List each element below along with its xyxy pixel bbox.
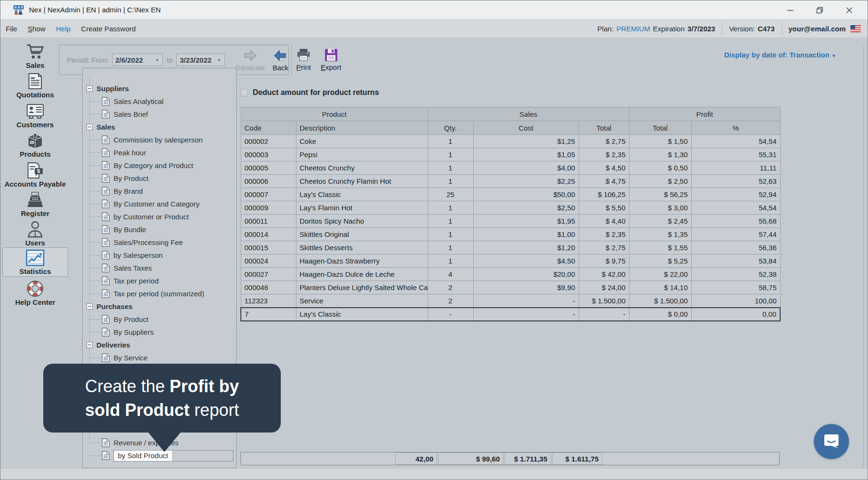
- table-row[interactable]: 000015Skittles Desserts1$1,20$ 2,75$ 1,5…: [241, 241, 780, 254]
- sidebar-item-register[interactable]: 0.00Register: [2, 189, 68, 219]
- tree-item-sales-analytical[interactable]: Sales Analytical: [83, 95, 236, 108]
- column-header-description-1[interactable]: Description: [296, 121, 428, 135]
- column-header-total-5[interactable]: Total: [629, 121, 691, 135]
- tree-item-tax-per-period-summarized-[interactable]: Tax per period (summarized): [83, 287, 236, 300]
- cell: 000007: [241, 188, 296, 201]
- chevron-down-icon: ▼: [831, 53, 836, 58]
- support-chat-button[interactable]: [814, 424, 849, 459]
- tree-item-by-customer-or-product[interactable]: by Customer or Product: [83, 210, 236, 223]
- report-doc-icon: [102, 148, 110, 157]
- tree-item-by-brand[interactable]: By Brand: [83, 185, 236, 198]
- tree-item-by-bundle[interactable]: By Bundle: [83, 223, 236, 236]
- tree-item-peak-hour[interactable]: Peak hour: [83, 146, 236, 159]
- sidebar-item-customers[interactable]: Customers: [2, 101, 68, 130]
- cell: Cheetos Crunchy: [296, 161, 428, 175]
- tree-item-sales-taxes[interactable]: Sales Taxes: [83, 262, 236, 274]
- tree-item-label: Sales: [96, 123, 115, 131]
- total-sales: $ 1.711,35: [505, 452, 551, 465]
- us-flag-icon[interactable]: [850, 25, 861, 32]
- user-email[interactable]: your@email.com: [789, 25, 846, 33]
- tree-item-deliveries[interactable]: Deliveries: [83, 339, 236, 351]
- tree-item-by-category-and-product[interactable]: By Category and Product: [83, 159, 236, 172]
- tree-item-tax-per-period[interactable]: Tax per period: [83, 274, 236, 287]
- tree-item-by-salesperson[interactable]: by Salesperson: [83, 249, 236, 262]
- tree-item-by-suppliers[interactable]: By Suppliers: [83, 326, 236, 339]
- column-header-cost-3[interactable]: Cost: [473, 121, 579, 135]
- cell: Coke: [296, 135, 428, 148]
- cell: Lay's Flamin Hot: [296, 201, 428, 215]
- sidebar-item-sales[interactable]: Sales: [2, 41, 68, 71]
- total-qty: 42,00: [395, 452, 437, 465]
- cell: Cheetos Crunchy Flamin Hot: [296, 175, 428, 188]
- version-label: Version:: [729, 25, 754, 33]
- tree-item-by-service[interactable]: By Service: [83, 351, 236, 364]
- table-row[interactable]: 000011Doritos Spicy Nacho1$1,95$ 4,40$ 2…: [241, 215, 780, 228]
- export-button[interactable]: Export: [321, 48, 341, 71]
- sidebar-item-accounts-payable[interactable]: $Accounts Payable: [2, 160, 68, 189]
- tree-item-suppliers[interactable]: Suppliers: [83, 82, 236, 95]
- column-header-code-0[interactable]: Code: [241, 121, 296, 135]
- menu-item-help[interactable]: Help: [51, 19, 76, 38]
- tree-item-by-product[interactable]: By Product: [83, 313, 236, 326]
- table-row[interactable]: 112323Service2-$ 1.500,00$ 1.500,00100,0…: [241, 294, 780, 308]
- cell: 1: [428, 215, 473, 228]
- cell: 1: [428, 201, 473, 215]
- tree-item-commission-by-salesperson[interactable]: Commission by salesperson: [83, 133, 236, 146]
- table-row[interactable]: 000027Haagen-Dazs Dulce de Leche4$20,00$…: [241, 268, 780, 281]
- tree-item-by-product[interactable]: By Product: [83, 172, 236, 185]
- table-row[interactable]: 000002Coke1$1,25$ 2,75$ 1,5054,54: [241, 135, 780, 148]
- tree-item-purchases[interactable]: Purchases: [83, 300, 236, 313]
- sidebar-item-quotations[interactable]: Quotations: [2, 71, 68, 100]
- report-doc-icon: [102, 251, 110, 260]
- back-button[interactable]: Back: [273, 48, 288, 72]
- total-profit: $ 1.611,75: [552, 452, 602, 465]
- table-row[interactable]: 000009Lay's Flamin Hot1$2,50$ 5,50$ 3,00…: [241, 201, 780, 215]
- menu-item-create-password[interactable]: Create Password: [76, 19, 141, 38]
- sidebar-item-products[interactable]: Products: [2, 130, 68, 160]
- sidebar-item-help-center[interactable]: Help Center: [2, 278, 68, 308]
- chevron-down-icon: ▼: [217, 57, 221, 63]
- table-row[interactable]: 000006Cheetos Crunchy Flamin Hot1$2,25$ …: [241, 175, 780, 188]
- menu-items: FileShowHelpCreate Password: [0, 19, 141, 38]
- column-header-qty-2[interactable]: Qty.: [428, 121, 473, 135]
- close-button[interactable]: [834, 0, 864, 19]
- period-to-field[interactable]: 3/23/2022▼: [176, 54, 225, 66]
- display-by-date-dropdown[interactable]: Display by date of: Transaction ▼: [724, 51, 836, 59]
- collapse-minus-icon[interactable]: [86, 303, 93, 310]
- tree-item-sales[interactable]: Sales: [83, 121, 236, 133]
- table-row[interactable]: 000003Pepsi1$1,05$ 2,35$ 1,3055,31: [241, 148, 780, 161]
- column-header-total-4[interactable]: Total: [579, 121, 629, 135]
- cell: $ 2,35: [579, 148, 629, 161]
- table-row[interactable]: 000007Lay's Classic25$50,00$ 106,25$ 56,…: [241, 188, 780, 201]
- report-doc-icon: [102, 97, 110, 106]
- tree-item-by-customer-and-category[interactable]: By Customer and Category: [83, 198, 236, 210]
- print-button[interactable]: Print: [296, 48, 311, 71]
- collapse-minus-icon[interactable]: [86, 342, 93, 348]
- collapse-minus-icon[interactable]: [86, 124, 93, 130]
- menu-item-show[interactable]: Show: [22, 19, 51, 38]
- cell: $9,90: [473, 281, 579, 294]
- period-from-field[interactable]: 2/6/2022▼: [112, 54, 163, 66]
- menu-item-file[interactable]: File: [0, 19, 22, 38]
- cell: $ 5,50: [579, 201, 629, 215]
- cell: $ 42,00: [579, 268, 629, 281]
- cell: 1: [428, 161, 473, 175]
- deduct-returns-checkbox[interactable]: [240, 89, 248, 96]
- table-row[interactable]: 000005Cheetos Crunchy1$4,00$ 4,50$ 0,501…: [241, 161, 780, 175]
- sidebar-item-users[interactable]: Users: [2, 219, 68, 248]
- table-row[interactable]: 000046Planters Deluxe Lightly Salted Who…: [241, 281, 780, 294]
- table-row[interactable]: 000014Skittles Original1$1,00$ 2,35$ 1,3…: [241, 228, 780, 241]
- collapse-minus-icon[interactable]: [86, 85, 93, 92]
- tree-item-sales-processing-fee[interactable]: Sales/Processing Fee: [83, 236, 236, 249]
- sidebar-item-label: Products: [19, 150, 50, 158]
- table-row[interactable]: 7Lay's Classic---$ 0,000,00: [241, 308, 780, 321]
- generate-button[interactable]: Generate: [235, 48, 265, 72]
- sidebar-item-statistics[interactable]: Statistics: [2, 247, 68, 277]
- column-header-%-6[interactable]: %: [691, 121, 780, 135]
- tree-item-sales-brief[interactable]: Sales Brief: [83, 108, 236, 121]
- minimize-button[interactable]: [775, 0, 805, 19]
- sidebar-item-label: Accounts Payable: [4, 180, 66, 188]
- table-row[interactable]: 000024Haagen-Dazs Strawberry1$4,50$ 9,75…: [241, 254, 780, 268]
- restore-button[interactable]: [805, 0, 834, 19]
- cell: 000006: [241, 175, 296, 188]
